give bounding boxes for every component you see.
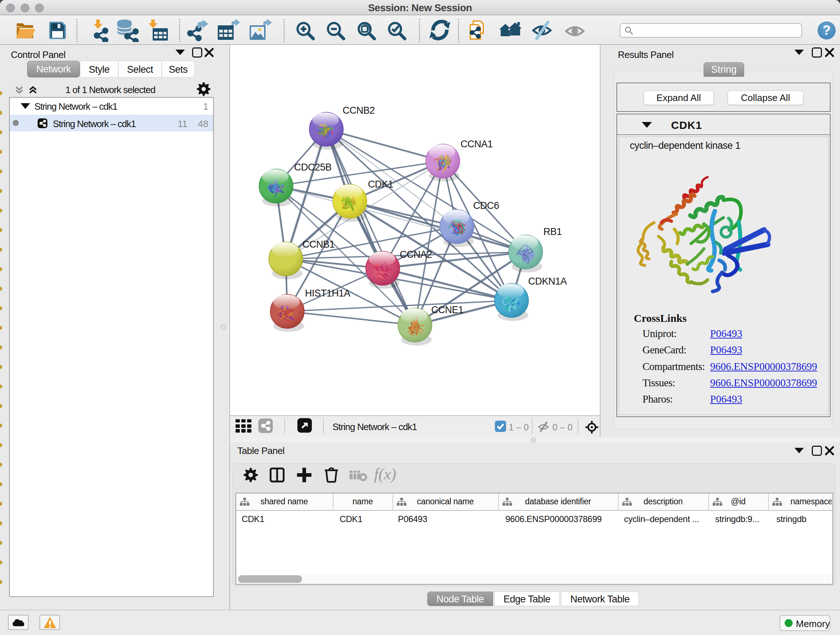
svg-text:CDKN1A: CDKN1A (528, 276, 567, 287)
svg-text:CDC25B: CDC25B (294, 162, 332, 173)
svg-text:CDK1: CDK1 (368, 179, 393, 190)
svg-text:CCNA2: CCNA2 (400, 249, 432, 260)
svg-text:CCNA1: CCNA1 (461, 139, 493, 149)
svg-text:RB1: RB1 (543, 226, 562, 237)
svg-text:HIST1H1A: HIST1H1A (305, 288, 351, 299)
svg-text:CCNE1: CCNE1 (431, 304, 463, 315)
svg-text:CDC6: CDC6 (473, 200, 499, 211)
svg-text:CCNB2: CCNB2 (343, 105, 375, 116)
svg-text:CCNB1: CCNB1 (302, 239, 335, 250)
